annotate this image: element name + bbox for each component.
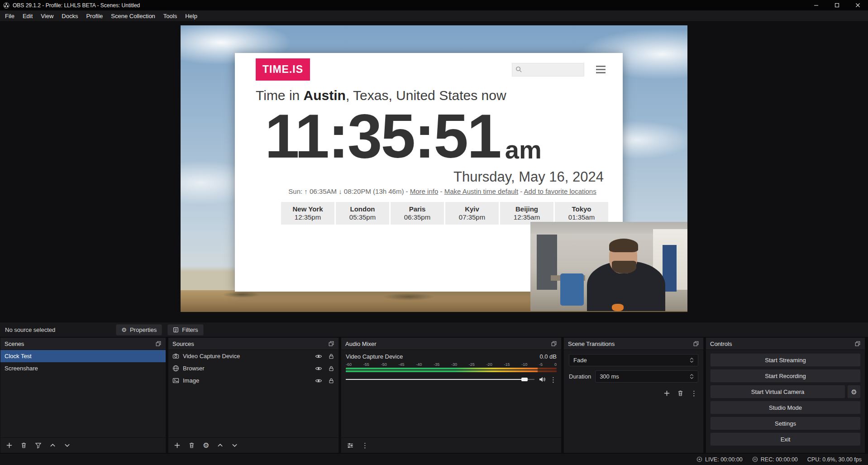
volume-meter (346, 368, 557, 369)
sources-panel-header: Sources (168, 338, 339, 350)
maximize-button[interactable] (826, 0, 847, 10)
menu-profile[interactable]: Profile (82, 10, 107, 21)
mixer-channel-menu-icon[interactable]: ⋮ (550, 376, 557, 383)
source-properties-button[interactable]: ⚙ (203, 442, 209, 449)
popout-icon[interactable] (551, 340, 557, 347)
close-button[interactable] (847, 0, 868, 10)
menu-tools[interactable]: Tools (159, 10, 181, 21)
move-scene-down-button[interactable] (64, 442, 71, 449)
menubar: File Edit View Docks Profile Scene Colle… (0, 10, 868, 22)
audio-mixer-title: Audio Mixer (345, 340, 377, 347)
sources-panel: Sources Video Capture Device Browser (168, 337, 339, 453)
audio-mixer-header: Audio Mixer (341, 338, 561, 350)
lock-icon[interactable] (328, 378, 334, 384)
add-transition-button[interactable] (663, 390, 670, 397)
obs-logo-icon (3, 2, 10, 9)
move-source-up-button[interactable] (217, 442, 224, 449)
search-icon (515, 66, 522, 73)
controls-panel: Controls Start Streaming Start Recording… (706, 337, 865, 453)
timeis-sun-line: Sun: ↑ 06:35AM ↓ 08:20PM (13h 46m) - Mor… (235, 187, 623, 195)
visibility-icon[interactable] (315, 353, 322, 360)
menu-edit[interactable]: Edit (19, 10, 37, 21)
transition-select[interactable]: Fade (569, 354, 698, 366)
duration-spinner[interactable]: 300 ms (595, 370, 698, 383)
menu-scene-collection[interactable]: Scene Collection (107, 10, 159, 21)
combo-arrows-icon (690, 358, 694, 363)
popout-icon[interactable] (155, 340, 162, 347)
minimize-button[interactable] (806, 0, 826, 10)
sources-list: Video Capture Device Browser (168, 350, 339, 437)
popout-icon[interactable] (693, 340, 699, 347)
popout-icon[interactable] (854, 340, 861, 347)
remove-transition-button[interactable] (677, 390, 684, 397)
scenes-title: Scenes (5, 340, 24, 347)
mixer-menu-icon[interactable]: ⋮ (362, 442, 368, 449)
properties-button[interactable]: ⚙ Properties (116, 324, 162, 336)
city-tile: Tokyo01:35am (555, 202, 608, 225)
advanced-audio-icon[interactable] (347, 442, 354, 449)
duration-label: Duration (569, 373, 591, 380)
move-scene-up-button[interactable] (49, 442, 56, 449)
window-title: OBS 29.1.2 - Profile: LLHLS BETA - Scene… (13, 2, 140, 9)
menu-view[interactable]: View (37, 10, 57, 21)
settings-button[interactable]: Settings (710, 417, 861, 430)
city-tile: Beijing12:35am (500, 202, 553, 225)
timeis-city-tiles: New York12:35pm London05:35pm Paris06:35… (281, 202, 623, 225)
virtual-camera-config-button[interactable]: ⚙ (847, 385, 861, 398)
transition-menu-icon[interactable]: ⋮ (691, 390, 697, 397)
statusbar: LIVE: 00:00:00 REC: 00:00:00 CPU: 0.6%, … (0, 453, 868, 465)
volume-slider[interactable] (346, 376, 534, 383)
source-item-video-capture[interactable]: Video Capture Device (168, 350, 339, 362)
scene-item-screenshare[interactable]: Screenshare (0, 362, 166, 374)
cpu-fps-stats: CPU: 0.6%, 30.00 fps (807, 456, 862, 463)
add-scene-button[interactable] (6, 442, 13, 449)
spinner-arrows-icon[interactable] (690, 374, 694, 379)
move-source-down-button[interactable] (231, 442, 238, 449)
timeis-logo: TIME.IS (256, 58, 310, 81)
preview-canvas[interactable]: TIME.IS Time in Austin, Texas, United St… (181, 25, 687, 312)
start-streaming-button[interactable]: Start Streaming (710, 353, 861, 367)
camera-icon (172, 353, 179, 360)
scene-filters-button[interactable] (35, 442, 42, 449)
transitions-header: Scene Transitions (564, 338, 703, 350)
docks-row: Scenes Clock Test Screenshare Sources (0, 337, 868, 453)
scenes-list: Clock Test Screenshare (0, 350, 166, 437)
timeis-date: Thursday, May 16, 2024 (235, 169, 623, 185)
menu-help[interactable]: Help (181, 10, 201, 21)
add-source-button[interactable] (174, 442, 181, 449)
gear-icon: ⚙ (121, 327, 127, 333)
stream-status-icon (696, 456, 702, 462)
menu-docks[interactable]: Docks (57, 10, 82, 21)
studio-mode-button[interactable]: Studio Mode (710, 401, 861, 414)
scene-item-clock-test[interactable]: Clock Test (0, 350, 166, 362)
controls-header: Controls (706, 338, 865, 350)
no-source-selected-label: No source selected (5, 326, 55, 333)
city-tile: New York12:35pm (281, 202, 334, 225)
webcam-overlay (530, 222, 687, 311)
start-recording-button[interactable]: Start Recording (710, 369, 861, 383)
remove-source-button[interactable] (188, 442, 195, 449)
gear-icon: ⚙ (851, 388, 857, 395)
filters-button[interactable]: Filters (167, 324, 203, 336)
city-tile: London05:35pm (336, 202, 389, 225)
speaker-icon[interactable] (539, 376, 546, 383)
mixer-channel-name: Video Capture Device (346, 353, 403, 360)
remove-scene-button[interactable] (20, 442, 27, 449)
visibility-icon[interactable] (315, 365, 322, 372)
exit-button[interactable]: Exit (710, 432, 861, 446)
start-virtual-camera-button[interactable]: Start Virtual Camera (710, 385, 845, 398)
popout-icon[interactable] (328, 340, 334, 347)
preview-area: TIME.IS Time in Austin, Texas, United St… (0, 22, 868, 322)
timeis-header: TIME.IS (235, 53, 623, 81)
hamburger-menu-icon (596, 66, 606, 73)
menu-file[interactable]: File (1, 10, 19, 21)
visibility-icon[interactable] (315, 377, 322, 384)
source-item-browser[interactable]: Browser (168, 362, 339, 374)
lock-icon[interactable] (328, 365, 334, 372)
city-tile: Kyiv07:35pm (445, 202, 499, 225)
volume-meter (346, 370, 557, 372)
source-item-image[interactable]: Image (168, 374, 339, 387)
lock-icon[interactable] (328, 353, 334, 360)
volume-slider-handle[interactable] (521, 378, 528, 381)
meter-scale: -60-55-50-45-40-35-30-25-20-15-10-50 (346, 362, 557, 367)
